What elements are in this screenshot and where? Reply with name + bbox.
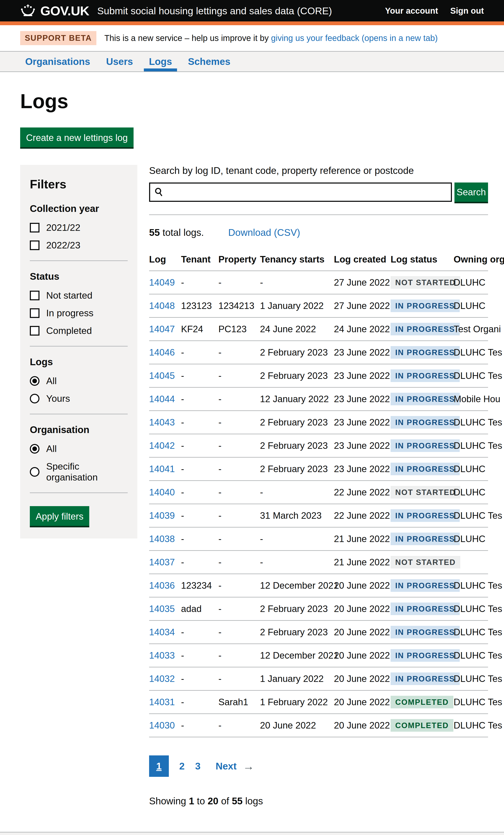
tab-organisations[interactable]: Organisations [20,52,95,72]
status-badge: IN PROGRESS [390,439,460,452]
log-id-link[interactable]: 14040 [149,487,175,497]
download-csv-link[interactable]: Download (CSV) [228,227,300,238]
tab-schemes[interactable]: Schemes [183,52,236,72]
table-row: 14032--1 January 202220 June 2022IN PROG… [149,667,488,691]
col-log: Log [149,253,181,271]
log-id-link[interactable]: 14032 [149,673,175,684]
log-cell: 14030 [149,714,181,737]
service-name-link[interactable]: Submit social housing lettings and sales… [97,5,332,17]
tenancy-starts-cell: 12 January 2022 [260,387,334,411]
results-column: Search by log ID, tenant code, property … [149,165,488,832]
radio-logs-yours[interactable]: Yours [30,393,128,404]
owning-organisation-value: Test Organi [453,324,501,334]
feedback-link[interactable]: giving us your feedback (opens in a new … [271,34,438,43]
checkbox-in-progress[interactable]: In progress [30,308,128,319]
property-value: - [218,580,222,591]
pagination-page-2[interactable]: 2 [179,760,185,772]
radio-organisation-all[interactable]: All [30,443,128,454]
tenancy-starts-value: 12 December 2021 [260,650,339,660]
checkbox-2022-23[interactable]: 2022/23 [30,240,128,251]
collection-year-label: Collection year [30,203,128,214]
log-id-link[interactable]: 14037 [149,557,175,567]
log-id-link[interactable]: 14041 [149,464,175,474]
tenancy-starts-cell: 12 December 2021 [260,574,334,597]
log-id-link[interactable]: 14035 [149,604,175,614]
table-row: 14035adad-2 February 202320 June 2022IN … [149,597,488,620]
col-log-created: Log created [334,253,390,271]
log-id-link[interactable]: 14034 [149,627,175,637]
pagination-current-page[interactable]: 1 [149,755,169,777]
log-created-cell: 20 June 2022 [334,644,390,667]
checkbox-not-started[interactable]: Not started [30,290,128,301]
property-cell: - [218,457,260,481]
log-created-value: 20 June 2022 [334,627,390,637]
showing-from: 1 [189,795,194,807]
radio-icon-selected[interactable] [30,444,39,454]
tab-logs[interactable]: Logs [144,52,177,72]
your-account-link[interactable]: Your account [385,6,438,16]
apply-filters-button[interactable]: Apply filters [30,506,89,526]
property-value: - [218,673,222,684]
property-cell: - [218,504,260,527]
radio-logs-all[interactable]: All [30,375,128,386]
checkbox-icon[interactable] [30,223,39,232]
radio-icon[interactable] [30,394,39,403]
checkbox-icon[interactable] [30,326,39,335]
log-id-link[interactable]: 14044 [149,394,175,404]
log-id-link[interactable]: 14049 [149,277,175,287]
tenant-value: - [181,441,184,451]
log-cell: 14041 [149,457,181,481]
tenant-cell: - [181,551,218,574]
owning-cell: DLUHC Tes [453,504,488,527]
checkbox-2021-22[interactable]: 2021/22 [30,222,128,233]
owning-cell: DLUHC Tes [453,574,488,597]
log-cell: 14045 [149,364,181,387]
tenant-cell: - [181,691,218,714]
log-id-link[interactable]: 14048 [149,301,175,311]
log-created-value: 23 June 2022 [334,441,390,451]
log-id-link[interactable]: 14047 [149,324,175,334]
owning-cell: DLUHC Tes [453,691,488,714]
checkbox-icon[interactable] [30,241,39,250]
search-button[interactable]: Search [455,183,488,202]
log-id-link[interactable]: 14030 [149,720,175,730]
checkbox-icon[interactable] [30,291,39,300]
govuk-home-link[interactable]: GOV.UK [20,3,89,18]
log-id-link[interactable]: 14038 [149,534,175,544]
tab-users[interactable]: Users [101,52,138,72]
log-status-cell: IN PROGRESS [390,527,453,551]
log-id-link[interactable]: 14045 [149,370,175,381]
radio-icon-selected[interactable] [30,376,39,386]
property-cell: - [218,620,260,644]
tenancy-starts-value: 1 January 2022 [260,673,324,684]
log-id-link[interactable]: 14036 [149,580,175,591]
radio-organisation-specific[interactable]: Specific organisation [30,461,128,483]
checkbox-icon[interactable] [30,308,39,318]
status-badge: NOT STARTED [390,556,460,569]
tenant-cell: - [181,364,218,387]
radio-icon[interactable] [30,467,39,477]
property-value: - [218,720,222,730]
create-lettings-log-button[interactable]: Create a new lettings log [20,127,134,147]
log-id-link[interactable]: 14042 [149,441,175,451]
log-id-link[interactable]: 14046 [149,347,175,358]
search-input[interactable] [167,184,447,201]
tenancy-starts-value: 12 December 2021 [260,580,339,591]
pagination-next-link[interactable]: Next [216,760,237,772]
log-id-link[interactable]: 14031 [149,697,175,707]
checkbox-completed[interactable]: Completed [30,325,128,336]
log-cell: 14031 [149,691,181,714]
log-id-link[interactable]: 14043 [149,417,175,427]
phase-banner-text: This is a new service – help us improve … [104,34,438,43]
sign-out-link[interactable]: Sign out [450,6,484,16]
owning-cell: DLUHC Tes [453,434,488,457]
status-badge: COMPLETED [390,696,453,708]
tenant-value: - [181,697,184,707]
filter-divider [30,346,128,347]
log-id-link[interactable]: 14033 [149,650,175,660]
log-created-cell: 22 June 2022 [334,481,390,504]
log-id-link[interactable]: 14039 [149,510,175,521]
tenant-cell: - [181,411,218,434]
pagination-page-3[interactable]: 3 [195,760,201,772]
owning-organisation-value: DLUHC Tes [453,650,502,660]
